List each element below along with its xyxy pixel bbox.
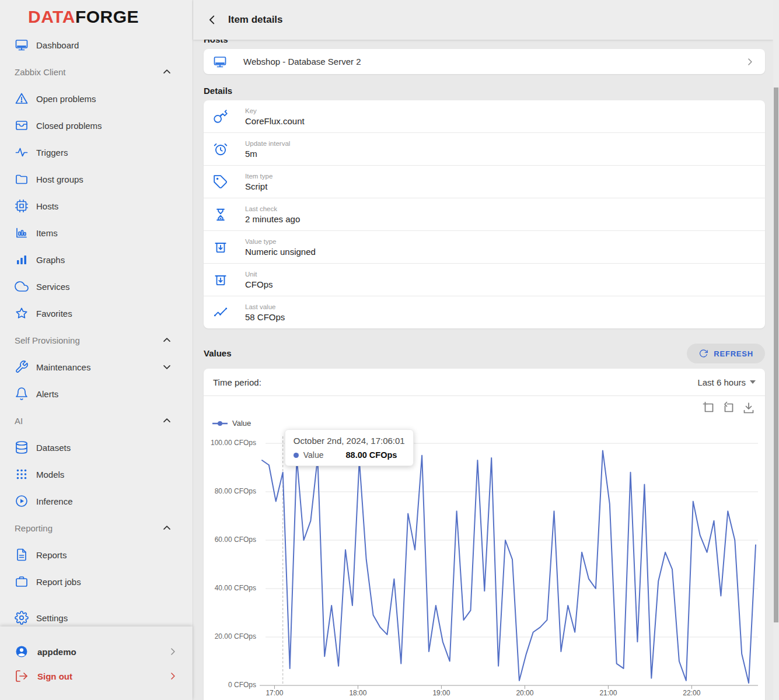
sidebar-item-label: Triggers — [36, 148, 68, 158]
sidebar-item-label: Inference — [36, 496, 73, 506]
sidebar-item-alerts[interactable]: Alerts — [0, 380, 193, 407]
tooltip-series-dot — [294, 453, 299, 458]
values-section-title: Values — [204, 348, 232, 359]
alarm-clock-icon — [213, 142, 228, 157]
play-circle-icon — [15, 494, 29, 508]
detail-row-item-type: Item typeScript — [204, 166, 765, 198]
sidebar-item-hosts[interactable]: Hosts — [0, 192, 193, 219]
folder-icon — [15, 172, 29, 186]
sidebar-item-models[interactable]: Models — [0, 461, 193, 488]
star-icon — [15, 306, 29, 320]
details-section-title: Details — [204, 85, 765, 97]
values-header: Values REFRESH — [204, 342, 765, 365]
sidebar-footer-appdemo[interactable]: appdemo — [0, 639, 193, 664]
y-axis-tick-label: 80.00 CFOps — [204, 487, 256, 495]
host-name: Webshop - Database Server 2 — [243, 57, 361, 66]
briefcase-icon — [15, 575, 29, 589]
warning-triangle-icon — [15, 92, 29, 106]
sidebar-item-label: Favorites — [36, 309, 72, 318]
cloud-icon — [15, 279, 29, 293]
back-chevron-icon[interactable] — [206, 13, 219, 26]
dots-grid-icon — [15, 467, 29, 481]
sidebar-item-label: Maintenances — [36, 362, 90, 372]
sidebar-item-triggers[interactable]: Triggers — [0, 139, 193, 166]
sidebar-section-zabbix-client[interactable]: Zabbix Client — [0, 58, 193, 85]
sidebar-footer-label: appdemo — [37, 647, 76, 657]
chart-tooltip: October 2nd, 2024, 17:06:01 Value 88.00 … — [285, 429, 414, 466]
sidebar-item-label: Hosts — [36, 201, 58, 211]
sidebar-nav: DashboardZabbix ClientOpen problemsClose… — [0, 32, 193, 631]
sidebar-section-self-provisioning[interactable]: Self Provisioning — [0, 327, 193, 354]
sidebar-item-reports[interactable]: Reports — [0, 541, 193, 568]
page-content: Hosts Webshop - Database Server 2 Detail… — [204, 40, 765, 700]
time-period-row: Time period: Last 6 hours — [204, 369, 765, 396]
chevron-up-icon — [161, 522, 173, 534]
sidebar-section-label: Zabbix Client — [15, 67, 66, 77]
wrench-icon — [15, 360, 29, 374]
sidebar-item-favorites[interactable]: Favorites — [0, 300, 193, 327]
sidebar-item-closed-problems[interactable]: Closed problems — [0, 112, 193, 139]
inbox-down-icon — [213, 240, 228, 255]
sidebar-footer-sign-out[interactable]: Sign out — [0, 664, 193, 688]
sidebar-item-label: Items — [36, 228, 58, 238]
detail-value: Numeric unsigned — [245, 247, 316, 257]
sidebar-item-maintenances[interactable]: Maintenances — [0, 354, 193, 380]
sidebar-section-label: Reporting — [15, 523, 53, 533]
chart-legend[interactable]: Value — [212, 419, 251, 428]
detail-value: 58 CFOps — [245, 312, 285, 322]
logo-primary: DATA — [28, 7, 75, 26]
detail-value: CFOps — [245, 279, 273, 289]
page-title: Item details — [228, 14, 283, 26]
sidebar-item-label: Alerts — [36, 389, 58, 399]
zoom-select-icon[interactable] — [702, 401, 716, 415]
chart-box-icon — [15, 226, 29, 240]
detail-text: Item typeScript — [245, 173, 273, 191]
details-card: KeyCoreFlux.countUpdate interval5mItem t… — [204, 100, 765, 328]
sidebar-section-reporting[interactable]: Reporting — [0, 514, 193, 541]
y-axis-tick-label: 0 CFOps — [204, 681, 256, 689]
legend-marker-icon — [212, 421, 228, 426]
restore-icon[interactable] — [722, 401, 736, 415]
legend-label: Value — [232, 419, 251, 428]
x-axis-tick-label: 20:00 — [506, 689, 543, 697]
sidebar-item-graphs[interactable]: Graphs — [0, 246, 193, 273]
x-axis-tick-label: 18:00 — [339, 689, 376, 697]
chevron-down-icon — [161, 361, 173, 373]
time-period-select[interactable]: Last 6 hours — [697, 377, 756, 387]
detail-row-last-check: Last check2 minutes ago — [204, 198, 765, 231]
monitor-icon — [15, 38, 29, 52]
app-window: DATAFORGE DashboardZabbix ClientOpen pro… — [0, 0, 779, 700]
app-logo: DATAFORGE — [0, 0, 193, 32]
refresh-button[interactable]: REFRESH — [687, 344, 765, 363]
detail-label: Value type — [245, 238, 316, 245]
sidebar-item-open-problems[interactable]: Open problems — [0, 85, 193, 112]
page-scrollbar[interactable] — [773, 0, 779, 700]
sidebar-item-dashboard[interactable]: Dashboard — [0, 32, 193, 58]
gear-icon — [15, 611, 29, 625]
sidebar-item-items[interactable]: Items — [0, 219, 193, 246]
scrollbar-thumb[interactable] — [774, 88, 778, 622]
sidebar-item-label: Models — [36, 470, 64, 480]
sidebar-section-ai[interactable]: AI — [0, 407, 193, 434]
sidebar-item-host-groups[interactable]: Host groups — [0, 166, 193, 192]
x-axis-tick-label: 21:00 — [589, 689, 627, 697]
database-icon — [15, 440, 29, 454]
sidebar-item-label: Dashboard — [36, 40, 79, 50]
sidebar-item-services[interactable]: Services — [0, 273, 193, 300]
chip-icon — [15, 199, 29, 213]
download-icon[interactable] — [742, 401, 756, 415]
detail-value: CoreFlux.count — [245, 116, 305, 126]
y-axis-tick-label: 100.00 CFOps — [204, 439, 256, 447]
hourglass-icon — [213, 207, 228, 222]
sidebar-item-label: Open problems — [36, 94, 96, 104]
sidebar-item-report-jobs[interactable]: Report jobs — [0, 568, 193, 595]
time-period-value: Last 6 hours — [697, 377, 746, 387]
sidebar-item-label: Graphs — [36, 255, 65, 265]
sidebar-item-datasets[interactable]: Datasets — [0, 434, 193, 461]
detail-row-unit: UnitCFOps — [204, 264, 765, 296]
values-chart[interactable]: Value 0 CFOps20.00 CFOps40.00 CFOps60.00… — [204, 396, 765, 700]
detail-label: Unit — [245, 271, 273, 278]
logout-icon — [15, 669, 29, 683]
host-card[interactable]: Webshop - Database Server 2 — [204, 49, 765, 74]
sidebar-item-inference[interactable]: Inference — [0, 488, 193, 514]
